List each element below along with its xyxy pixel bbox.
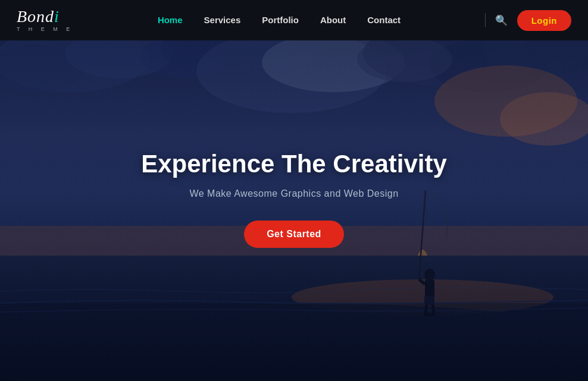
nav-right: 🔍 Login xyxy=(485,10,571,31)
logo-subtext: T H E M E xyxy=(17,26,73,32)
logo: Bondi T H E M E xyxy=(17,8,73,32)
hero-section: Bondi T H E M E Home Services Portfolio … xyxy=(0,0,588,381)
nav-divider xyxy=(485,13,486,27)
nav-item-contact[interactable]: Contact xyxy=(367,15,401,26)
get-started-button[interactable]: Get Started xyxy=(244,221,344,248)
nav-link-about[interactable]: About xyxy=(320,15,346,25)
nav-link-contact[interactable]: Contact xyxy=(367,15,401,25)
nav-item-services[interactable]: Services xyxy=(204,15,241,26)
nav-links: Home Services Portfolio About Contact xyxy=(158,15,401,26)
login-button[interactable]: Login xyxy=(517,10,571,31)
nav-item-home[interactable]: Home xyxy=(158,15,183,26)
hero-subtitle: We Make Awesome Graphics and Web Design xyxy=(86,188,502,199)
nav-link-services[interactable]: Services xyxy=(204,15,241,25)
nav-link-home[interactable]: Home xyxy=(158,15,183,25)
hero-content: Experience The Creativity We Make Awesom… xyxy=(86,149,502,248)
nav-item-portfolio[interactable]: Portfolio xyxy=(262,15,299,26)
hero-title: Experience The Creativity xyxy=(86,149,502,179)
navbar: Bondi T H E M E Home Services Portfolio … xyxy=(0,0,588,40)
nav-item-about[interactable]: About xyxy=(320,15,346,26)
logo-text: Bondi xyxy=(17,8,60,25)
search-icon[interactable]: 🔍 xyxy=(495,14,508,27)
nav-link-portfolio[interactable]: Portfolio xyxy=(262,15,299,25)
